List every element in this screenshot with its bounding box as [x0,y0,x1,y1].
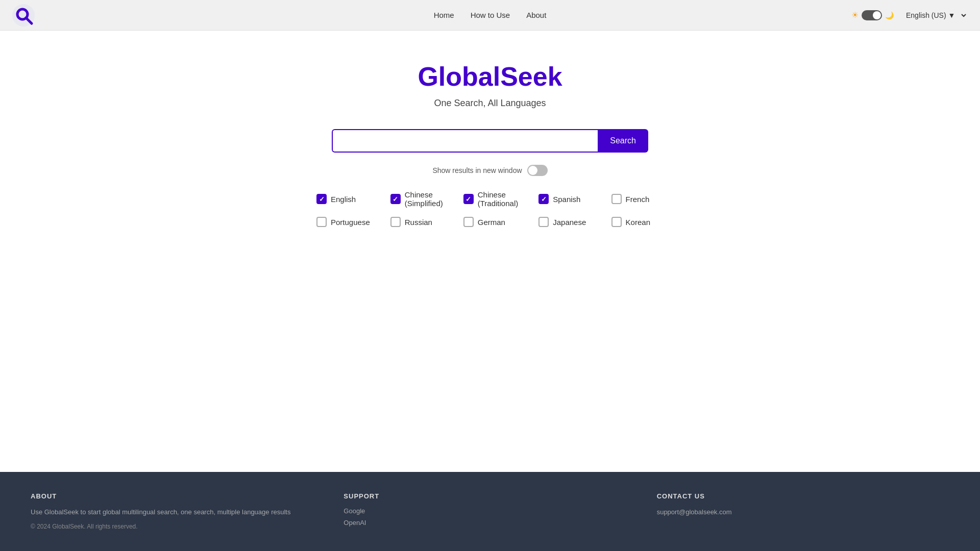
footer-copyright: © 2024 GlobalSeek. All rights reserved. [31,523,323,530]
app-subtitle: One Search, All Languages [434,98,546,109]
lang-label: Korean [626,218,650,227]
lang-checkbox[interactable] [463,194,474,204]
results-toggle-label: Show results in new window [432,166,522,174]
search-button[interactable]: Search [598,129,648,153]
header: Home How to Use About ☀ 🌙 English (US) ▼… [0,0,980,31]
footer: ABOUT Use GlobalSeek to start global mul… [0,472,980,551]
nav-home[interactable]: Home [434,11,454,19]
lang-checkbox[interactable] [611,217,622,227]
moon-icon: 🌙 [885,11,894,19]
nav-about[interactable]: About [526,11,546,19]
footer-support: SUPPORT Google OpenAI [344,492,636,531]
results-toggle[interactable] [527,165,548,176]
lang-label: Russian [405,218,432,227]
lang-item[interactable]: Chinese (Simplified) [390,190,443,208]
header-right: ☀ 🌙 English (US) ▼ Spanish French Chines… [851,9,968,22]
lang-checkbox[interactable] [390,217,401,227]
lang-item[interactable]: Portuguese [316,217,370,227]
lang-item[interactable]: Spanish [538,190,591,208]
footer-about: ABOUT Use GlobalSeek to start global mul… [31,492,323,531]
footer-link-google[interactable]: Google [344,507,636,515]
footer-about-description: Use GlobalSeek to start global multiling… [31,507,323,518]
theme-toggle[interactable] [862,10,882,20]
lang-item[interactable]: English [316,190,370,208]
lang-item[interactable]: German [463,217,518,227]
lang-item[interactable]: Korean [611,217,664,227]
nav-how-to-use[interactable]: How to Use [471,11,510,19]
footer-support-title: SUPPORT [344,492,636,500]
lang-label: Spanish [553,195,580,204]
footer-link-openai[interactable]: OpenAI [344,519,636,527]
app-title: GlobalSeek [418,61,562,92]
lang-label: French [626,195,650,204]
lang-label: Chinese (Simplified) [405,190,443,208]
lang-checkbox[interactable] [390,194,401,204]
lang-label: English [331,195,356,204]
lang-item[interactable]: Japanese [538,217,591,227]
theme-toggle-knob [873,11,881,19]
footer-contact-email: support@globalseek.com [657,508,732,516]
lang-checkbox[interactable] [538,194,549,204]
lang-checkbox[interactable] [463,217,474,227]
footer-contact-title: CONTACT US [657,492,949,500]
sun-icon: ☀ [851,10,859,20]
lang-label: Japanese [553,218,586,227]
main-content: GlobalSeek One Search, All Languages Sea… [0,31,980,472]
footer-contact: CONTACT US support@globalseek.com [657,492,949,531]
lang-checkbox[interactable] [316,194,327,204]
language-selector[interactable]: English (US) ▼ Spanish French Chinese [900,9,968,22]
lang-item[interactable]: Russian [390,217,443,227]
lang-checkbox[interactable] [538,217,549,227]
lang-label: Portuguese [331,218,370,227]
search-input[interactable] [332,129,598,153]
lang-checkbox[interactable] [611,194,622,204]
logo-area [12,4,35,27]
lang-item[interactable]: Chinese (Traditional) [463,190,518,208]
languages-grid: EnglishChinese (Simplified)Chinese (Trad… [316,190,664,227]
logo-icon [12,4,35,27]
lang-label: German [478,218,505,227]
lang-checkbox[interactable] [316,217,327,227]
lang-label: Chinese (Traditional) [478,190,518,208]
theme-toggle-area: ☀ 🌙 [851,10,894,20]
results-toggle-area: Show results in new window [432,165,547,176]
lang-item[interactable]: French [611,190,664,208]
footer-about-title: ABOUT [31,492,323,500]
search-container: Search [332,129,648,153]
results-toggle-knob [528,166,537,175]
nav-center: Home How to Use About [434,11,547,19]
